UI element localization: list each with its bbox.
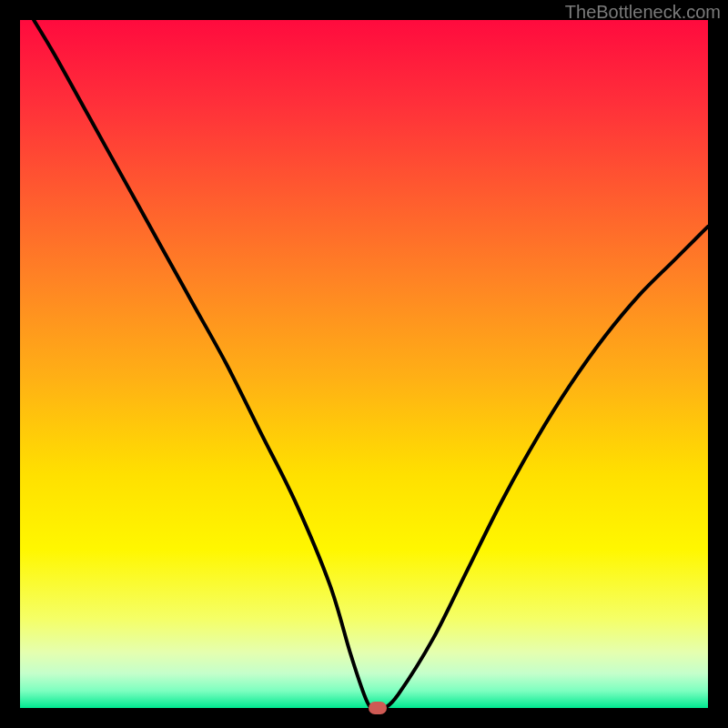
optimal-marker	[369, 702, 387, 714]
chart-canvas: TheBottleneck.com	[0, 0, 728, 728]
watermark-text: TheBottleneck.com	[565, 2, 721, 23]
curve-layer	[20, 20, 708, 708]
bottleneck-curve	[34, 20, 708, 708]
plot-area	[20, 20, 708, 708]
